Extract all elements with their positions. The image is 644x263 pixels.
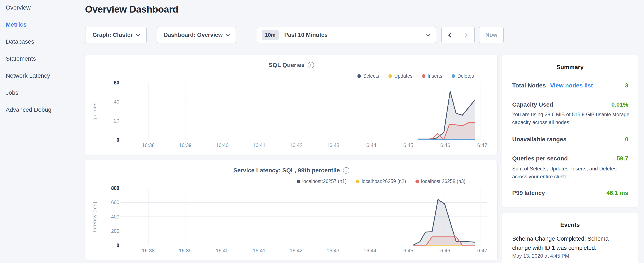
legend-item-inserts[interactable]: Inserts bbox=[422, 73, 442, 79]
page-title: Overview Dashboard bbox=[85, 4, 178, 15]
legend-dot bbox=[452, 74, 455, 78]
chart-legend: Selects Updates Inserts Deletes bbox=[358, 73, 474, 79]
dashboard-dropdown-label: Dashboard: Overview bbox=[164, 32, 223, 38]
legend-label: Updates bbox=[394, 73, 412, 79]
legend-label: localhost:26258 (n3) bbox=[421, 178, 466, 184]
svg-text:16:43: 16:43 bbox=[326, 248, 339, 253]
svg-text:latency (ms): latency (ms) bbox=[92, 201, 98, 232]
summary-row-label: Capacity Used bbox=[512, 101, 553, 108]
legend-item-n1[interactable]: localhost:26257 (n1) bbox=[296, 178, 346, 184]
info-icon[interactable]: i bbox=[308, 62, 314, 68]
sidebar-item-jobs[interactable]: Jobs bbox=[6, 89, 85, 96]
legend-dot bbox=[388, 74, 392, 78]
svg-text:200: 200 bbox=[111, 228, 119, 234]
graph-scope-dropdown-label: Graph: Cluster bbox=[92, 32, 133, 38]
sql-queries-chart-card: SQL Queries i Selects Updates Inserts De… bbox=[85, 55, 498, 155]
chevron-right-icon bbox=[463, 33, 468, 38]
svg-text:queries: queries bbox=[92, 102, 98, 121]
events-panel: Events Schema Change Completed: Schema c… bbox=[502, 213, 638, 263]
summary-title: Summary bbox=[502, 64, 638, 71]
chart-title: Service Latency: SQL, 99th percentile bbox=[233, 167, 340, 174]
legend-dot bbox=[356, 180, 360, 183]
now-button[interactable]: Now bbox=[479, 27, 504, 43]
svg-text:16:45: 16:45 bbox=[400, 142, 413, 148]
svg-text:0: 0 bbox=[116, 242, 119, 248]
svg-text:16:42: 16:42 bbox=[290, 248, 302, 253]
legend-item-n2[interactable]: localhost:26259 (n2) bbox=[356, 178, 406, 184]
view-nodes-list-link[interactable]: View nodes list bbox=[550, 82, 593, 89]
divider bbox=[512, 96, 628, 96]
dashboard-dropdown[interactable]: Dashboard: Overview bbox=[157, 27, 236, 43]
info-icon[interactable]: i bbox=[343, 167, 349, 174]
legend-item-selects[interactable]: Selects bbox=[358, 73, 379, 79]
summary-row-queries-per-second: Queries per second 59.7 bbox=[512, 155, 628, 162]
summary-row-value: 3 bbox=[625, 82, 628, 89]
sidebar-item-network-latency[interactable]: Network Latency bbox=[6, 72, 85, 79]
svg-text:0: 0 bbox=[116, 137, 119, 143]
time-range-dropdown[interactable]: 10m Past 10 Minutes bbox=[256, 27, 436, 43]
summary-row-total-nodes: Total Nodes View nodes list 3 bbox=[512, 82, 628, 89]
time-step-back-button[interactable] bbox=[442, 27, 458, 43]
sidebar-item-overview[interactable]: Overview bbox=[6, 4, 85, 11]
time-step-forward-button[interactable] bbox=[458, 27, 474, 43]
legend-dot bbox=[416, 180, 419, 183]
legend-label: Inserts bbox=[428, 73, 442, 79]
legend-dot bbox=[422, 74, 426, 78]
summary-row-capacity-used: Capacity Used 0.01% bbox=[512, 101, 628, 108]
svg-text:16:42: 16:42 bbox=[290, 142, 302, 148]
svg-text:16:46: 16:46 bbox=[438, 142, 450, 148]
svg-text:16:39: 16:39 bbox=[179, 248, 192, 253]
time-range-badge: 10m bbox=[262, 30, 279, 40]
divider bbox=[512, 149, 628, 149]
svg-text:16:38: 16:38 bbox=[142, 142, 154, 148]
sidebar-item-metrics[interactable]: Metrics bbox=[6, 21, 85, 28]
event-timestamp: May 13, 2020 at 4:45 PM bbox=[512, 253, 569, 259]
summary-row-subtext: You are using 28.6 MiB of 515.9 GiB usab… bbox=[512, 110, 630, 126]
summary-row-value: 59.7 bbox=[617, 155, 628, 162]
legend-dot bbox=[296, 180, 300, 183]
summary-row-subtext: Sum of Selects, Updates, Inserts, and De… bbox=[512, 165, 630, 180]
sidebar-item-statements[interactable]: Statements bbox=[6, 55, 85, 62]
svg-text:400: 400 bbox=[111, 214, 119, 220]
sidebar-item-advanced-debug[interactable]: Advanced Debug bbox=[6, 106, 85, 113]
time-step-buttons bbox=[441, 27, 475, 43]
summary-row-value: 46.1 ms bbox=[606, 190, 628, 196]
chart-title: SQL Queries bbox=[268, 62, 304, 69]
events-title: Events bbox=[502, 221, 638, 228]
svg-text:16:44: 16:44 bbox=[364, 248, 376, 253]
summary-row-value: 0 bbox=[625, 136, 628, 143]
legend-label: localhost:26259 (n2) bbox=[362, 178, 406, 184]
sidebar-item-databases[interactable]: Databases bbox=[6, 38, 85, 45]
summary-row-label: Queries per second bbox=[512, 155, 568, 162]
service-latency-plot: 16:3816:3916:4016:4116:4216:4316:4416:45… bbox=[85, 184, 498, 256]
svg-text:16:47: 16:47 bbox=[474, 142, 487, 148]
event-message[interactable]: Schema Change Completed: Schema change w… bbox=[512, 234, 628, 252]
svg-text:16:46: 16:46 bbox=[438, 248, 450, 253]
svg-text:16:45: 16:45 bbox=[400, 248, 413, 253]
legend-label: localhost:26257 (n1) bbox=[302, 178, 346, 184]
legend-item-n3[interactable]: localhost:26258 (n3) bbox=[416, 178, 466, 184]
svg-text:60: 60 bbox=[114, 80, 119, 86]
svg-text:600: 600 bbox=[111, 200, 119, 205]
svg-text:16:39: 16:39 bbox=[179, 142, 192, 148]
svg-text:16:40: 16:40 bbox=[216, 248, 228, 253]
legend-item-deletes[interactable]: Deletes bbox=[452, 73, 474, 79]
svg-text:16:43: 16:43 bbox=[326, 142, 339, 148]
svg-text:16:47: 16:47 bbox=[474, 248, 487, 253]
summary-row-unavailable-ranges: Unavailable ranges 0 bbox=[512, 136, 628, 143]
toolbar-divider bbox=[247, 27, 247, 43]
svg-text:16:41: 16:41 bbox=[253, 248, 266, 253]
graph-scope-dropdown[interactable]: Graph: Cluster bbox=[85, 27, 147, 43]
legend-item-updates[interactable]: Updates bbox=[388, 73, 412, 79]
page: Overview Metrics Databases Statements Ne… bbox=[0, 0, 644, 263]
svg-text:20: 20 bbox=[114, 118, 119, 124]
sql-queries-plot: 16:3816:3916:4016:4116:4216:4316:4416:45… bbox=[85, 78, 498, 151]
summary-row-label: Total Nodes bbox=[512, 82, 546, 89]
svg-text:16:40: 16:40 bbox=[216, 142, 228, 148]
chevron-down-icon bbox=[226, 32, 230, 36]
svg-text:800: 800 bbox=[111, 185, 119, 191]
chevron-down-icon bbox=[426, 33, 430, 36]
svg-text:16:41: 16:41 bbox=[253, 142, 266, 148]
sidebar: Overview Metrics Databases Statements Ne… bbox=[0, 0, 85, 263]
legend-dot bbox=[358, 74, 361, 78]
